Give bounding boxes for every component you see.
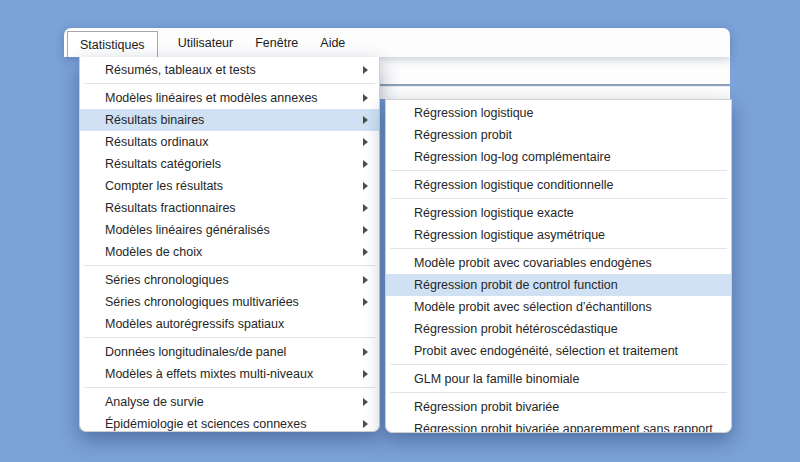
menu-item-label: Régression log-log complémentaire xyxy=(414,150,611,164)
menu-item-regression-probit-heteroscedastique[interactable]: Régression probit hétéroscédastique xyxy=(386,318,731,340)
menu-item-modeles-lineaires-generalises[interactable]: Modèles linéaires généralisés xyxy=(80,219,379,241)
menu-item-label: Régression probit bivariée apparemment s… xyxy=(414,422,713,433)
menu-item-label: Données longitudinales/de panel xyxy=(105,345,286,359)
menu-item-resultats-ordinaux[interactable]: Résultats ordinaux xyxy=(80,131,379,153)
menu-item-label: Modèles autorégressifs spatiaux xyxy=(105,317,284,331)
menu-item-modeles-a-effets-mixtes-multi-niveaux[interactable]: Modèles à effets mixtes multi-niveaux xyxy=(80,363,379,385)
menu-item-regression-probit-bivariee[interactable]: Régression probit bivariée xyxy=(386,396,731,418)
menubar-item-statistiques[interactable]: Statistiques xyxy=(67,31,158,57)
menu-item-label: Résultats fractionnaires xyxy=(105,201,236,215)
submenu-arrow-icon xyxy=(363,66,368,74)
submenu-arrow-icon xyxy=(363,204,368,212)
menu-separator xyxy=(390,248,727,249)
menu-item-label: Modèles de choix xyxy=(105,245,202,259)
menu-item-label: Épidémiologie et sciences connexes xyxy=(105,417,307,431)
menu-item-label: Modèle probit avec covariables endogènes xyxy=(414,256,652,270)
submenu-arrow-icon xyxy=(363,182,368,190)
menu-item-modeles-de-choix[interactable]: Modèles de choix xyxy=(80,241,379,263)
menubar: StatistiquesUtilisateurFenêtreAide xyxy=(64,28,730,57)
submenu-arrow-icon xyxy=(363,420,368,428)
menu-item-probit-avec-endogeneite-selection-et-traitement[interactable]: Probit avec endogénéité, sélection et tr… xyxy=(386,340,731,362)
binary-outcomes-submenu: Régression logistiqueRégression probitRé… xyxy=(385,99,732,433)
menubar-item-aide[interactable]: Aide xyxy=(309,28,356,57)
submenu-arrow-icon xyxy=(363,398,368,406)
submenu-arrow-icon xyxy=(363,160,368,168)
menu-item-regression-logistique-asymetrique[interactable]: Régression logistique asymétrique xyxy=(386,224,731,246)
menu-item-resultats-categoriels[interactable]: Résultats catégoriels xyxy=(80,153,379,175)
menu-item-resultats-fractionnaires[interactable]: Résultats fractionnaires xyxy=(80,197,379,219)
submenu-arrow-icon xyxy=(363,248,368,256)
menu-separator xyxy=(390,170,727,171)
menu-item-label: Compter les résultats xyxy=(105,179,223,193)
menu-item-label: Régression logistique exacte xyxy=(414,206,574,220)
menu-item-label: Résultats catégoriels xyxy=(105,157,221,171)
menu-item-series-chronologiques[interactable]: Séries chronologiques xyxy=(80,269,379,291)
menu-item-regression-logistique-exacte[interactable]: Régression logistique exacte xyxy=(386,202,731,224)
menu-item-regression-probit[interactable]: Régression probit xyxy=(386,124,731,146)
menu-item-label: Modèle probit avec sélection d’échantill… xyxy=(414,300,652,314)
menu-item-label: GLM pour la famille binomiale xyxy=(414,372,579,386)
menu-item-label: Régression logistique asymétrique xyxy=(414,228,605,242)
submenu-arrow-icon xyxy=(363,276,368,284)
menu-item-label: Régression probit bivariée xyxy=(414,400,559,414)
menu-separator xyxy=(84,265,375,266)
submenu-arrow-icon xyxy=(363,116,368,124)
menubar-item-utilisateur[interactable]: Utilisateur xyxy=(167,28,245,57)
submenu-arrow-icon xyxy=(363,94,368,102)
menu-item-label: Modèles à effets mixtes multi-niveaux xyxy=(105,367,313,381)
menu-separator xyxy=(84,337,375,338)
menu-item-resultats-binaires[interactable]: Résultats binaires xyxy=(80,109,379,131)
menu-item-modele-probit-avec-covariables-endogenes[interactable]: Modèle probit avec covariables endogènes xyxy=(386,252,731,274)
menu-item-regression-logistique-conditionnelle[interactable]: Régression logistique conditionnelle xyxy=(386,174,731,196)
menu-item-donnees-longitudinales-de-panel[interactable]: Données longitudinales/de panel xyxy=(80,341,379,363)
menu-item-label: Régression probit xyxy=(414,128,512,142)
menu-item-compter-les-resultats[interactable]: Compter les résultats xyxy=(80,175,379,197)
menu-item-label: Régression probit de control function xyxy=(414,278,618,292)
menu-item-label: Séries chronologiques xyxy=(105,273,229,287)
menu-item-label: Modèles linéaires généralisés xyxy=(105,223,270,237)
menu-separator xyxy=(390,198,727,199)
menu-item-label: Modèles linéaires et modèles annexes xyxy=(105,91,318,105)
menu-item-analyse-de-survie[interactable]: Analyse de survie xyxy=(80,391,379,413)
menu-item-epidemiologie-et-sciences-connexes[interactable]: Épidémiologie et sciences connexes xyxy=(80,413,379,432)
menu-separator xyxy=(390,364,727,365)
submenu-arrow-icon xyxy=(363,370,368,378)
submenu-arrow-icon xyxy=(363,138,368,146)
menu-item-regression-probit-de-control-function[interactable]: Régression probit de control function xyxy=(386,274,731,296)
menu-item-modeles-lineaires-et-modeles-annexes[interactable]: Modèles linéaires et modèles annexes xyxy=(80,87,379,109)
menubar-item-fenetre[interactable]: Fenêtre xyxy=(244,28,309,57)
menu-item-label: Probit avec endogénéité, sélection et tr… xyxy=(414,344,678,358)
submenu-arrow-icon xyxy=(363,298,368,306)
menu-item-label: Régression logistique xyxy=(414,106,534,120)
menu-item-label: Analyse de survie xyxy=(105,395,204,409)
menu-item-glm-pour-la-famille-binomiale[interactable]: GLM pour la famille binomiale xyxy=(386,368,731,390)
menu-item-resumes-tableaux-et-tests[interactable]: Résumés, tableaux et tests xyxy=(80,59,379,81)
menu-item-label: Résumés, tableaux et tests xyxy=(105,63,256,77)
menu-item-label: Régression probit hétéroscédastique xyxy=(414,322,618,336)
submenu-arrow-icon xyxy=(363,226,368,234)
menu-item-regression-log-log-complementaire[interactable]: Régression log-log complémentaire xyxy=(386,146,731,168)
menu-separator xyxy=(84,83,375,84)
statistics-dropdown-menu: Résumés, tableaux et testsModèles linéai… xyxy=(79,57,380,432)
menu-separator xyxy=(84,387,375,388)
menu-item-label: Résultats binaires xyxy=(105,113,204,127)
submenu-arrow-icon xyxy=(363,348,368,356)
desktop-background: StatistiquesUtilisateurFenêtreAide Résum… xyxy=(0,0,800,462)
menu-item-regression-logistique[interactable]: Régression logistique xyxy=(386,102,731,124)
menu-item-modele-probit-avec-selection-d-echantillons[interactable]: Modèle probit avec sélection d’échantill… xyxy=(386,296,731,318)
menu-separator xyxy=(390,392,727,393)
menu-item-regression-probit-bivariee-apparemment-sans-rapport[interactable]: Régression probit bivariée apparemment s… xyxy=(386,418,731,433)
menu-item-label: Résultats ordinaux xyxy=(105,135,209,149)
menu-item-label: Séries chronologiques multivariées xyxy=(105,295,299,309)
menu-item-modeles-autoregressifs-spatiaux[interactable]: Modèles autorégressifs spatiaux xyxy=(80,313,379,335)
menu-item-series-chronologiques-multivariees[interactable]: Séries chronologiques multivariées xyxy=(80,291,379,313)
menu-item-label: Régression logistique conditionnelle xyxy=(414,178,613,192)
